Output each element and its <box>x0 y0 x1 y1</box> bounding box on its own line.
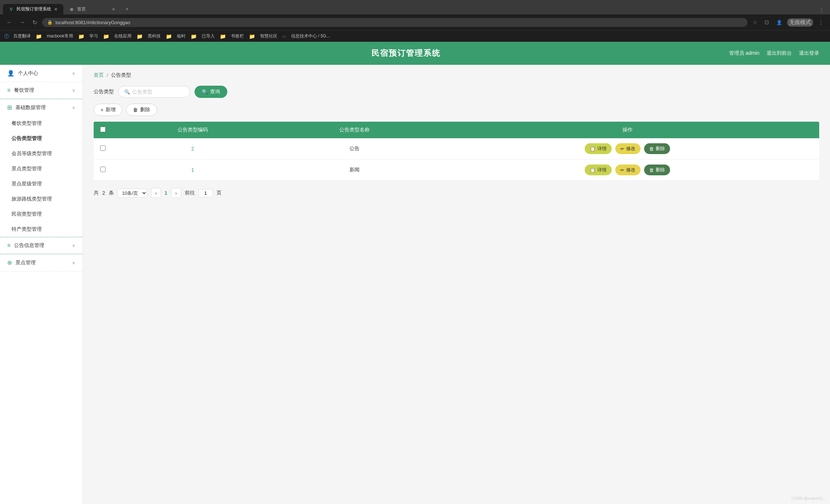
sidebar-sub-specialty-type[interactable]: 特产类型管理 <box>0 222 82 237</box>
row2-detail-btn[interactable]: 📋 详情 <box>585 165 612 175</box>
sidebar-item-basic-data[interactable]: ⊞ 基础数据管理 ∧ <box>0 99 82 116</box>
prev-page-button[interactable]: ‹ <box>151 188 161 198</box>
modify-edit-icon2: ✏ <box>620 167 624 173</box>
sidebar-sub-catering-type-label: 餐饮类型管理 <box>12 120 42 126</box>
add-button[interactable]: + 新增 <box>94 104 122 116</box>
batch-delete-button[interactable]: 🗑 删除 <box>126 104 157 116</box>
notice-info-chevron-icon: ∨ <box>72 243 75 248</box>
row1-modify-btn[interactable]: ✏ 修改 <box>615 143 641 154</box>
select-all-checkbox[interactable] <box>100 127 106 132</box>
reload-button[interactable]: ↻ <box>30 18 39 27</box>
browser-more-icon[interactable]: ⋮ <box>816 18 826 26</box>
search-input-wrapper: 🔍 <box>118 86 190 98</box>
sidebar-sub-minsu-type-label: 民宿类型管理 <box>12 211 42 217</box>
pagination: 共 2 条 10条/页 20条/页 50条/页 ‹ 1 › 前往 页 <box>94 188 819 198</box>
search-label: 公告类型 <box>94 89 114 95</box>
browser-menu-button[interactable]: ⋮ <box>816 6 827 14</box>
table-header-code: 公告类型编码 <box>112 122 274 138</box>
main-content: 首页 / 公告类型 公告类型 🔍 🔍 查询 + 新增 🗑 删除 <box>83 65 830 504</box>
sidebar-item-notice-info[interactable]: ≡ 公告信息管理 ∨ <box>0 237 82 254</box>
bookmark-temp[interactable]: 临时 <box>174 32 188 40</box>
bookmark-baidu[interactable]: 百度翻译 <box>10 32 34 40</box>
tab-minsu[interactable]: V 民宿预订管理系统 ✕ <box>3 4 63 14</box>
row2-checkbox[interactable] <box>100 167 106 172</box>
browser-toolbar: ← → ↻ 🔒 localhost:8081/#/dictionaryGongg… <box>0 14 830 30</box>
bookmark-macbook[interactable]: macbook常用 <box>44 32 76 40</box>
bookmark-study[interactable]: 学习 <box>86 32 101 40</box>
breadcrumb-home[interactable]: 首页 <box>94 72 104 78</box>
bookmark-online[interactable]: 在线应用 <box>111 32 134 40</box>
back-to-front-btn[interactable]: 退出到前台 <box>767 50 792 57</box>
tab-close-minsu[interactable]: ✕ <box>54 7 58 12</box>
bookmark-smart-community[interactable]: 智慧社区 <box>257 32 280 40</box>
sidebar-item-catering[interactable]: ≡ 餐饮管理 ∨ <box>0 82 82 99</box>
delete-trash-icon: 🗑 <box>649 146 654 152</box>
row1-ops: 📋 详情 ✏ 修改 🗑 删除 <box>436 138 819 159</box>
row2-modify-btn[interactable]: ✏ 修改 <box>615 165 641 175</box>
table-row: 1 新闻 📋 详情 ✏ 修改 🗑 删除 <box>94 159 819 181</box>
tab-title-home: 首页 <box>77 6 86 12</box>
sidebar-sub-scenic-type[interactable]: 景点类型管理 <box>0 161 82 176</box>
logout-btn[interactable]: 退出登录 <box>799 50 819 57</box>
breadcrumb-current: 公告类型 <box>111 72 131 78</box>
sidebar-item-scenic[interactable]: ⊕ 景点管理 ∨ <box>0 254 82 271</box>
next-page-button[interactable]: › <box>171 188 181 198</box>
personal-icon: 👤 <box>7 70 14 77</box>
watermark: CSDN @maker01... <box>791 496 826 500</box>
sep1: 📁 <box>35 33 43 39</box>
goto-suffix: 页 <box>217 190 222 196</box>
goto-page-input[interactable] <box>198 189 213 197</box>
bookmark-star-icon[interactable]: ☆ <box>750 18 759 26</box>
bookmark-bookmarks[interactable]: 书签栏 <box>228 32 247 40</box>
sep2: 📁 <box>77 33 85 39</box>
sidebar: 👤 个人中心 ∨ ≡ 餐饮管理 ∨ ⊞ 基础数据管理 ∧ 餐饮类型管理 公告类型… <box>0 65 83 504</box>
address-bar[interactable]: 🔒 localhost:8081/#/dictionaryGonggao <box>42 18 748 27</box>
sidebar-scenic-label: 景点管理 <box>15 260 36 266</box>
sidebar-sub-notice-type[interactable]: 公告类型管理 <box>0 131 82 146</box>
browser-profile-icon[interactable]: ⊡ <box>762 18 771 26</box>
breadcrumb: 首页 / 公告类型 <box>94 72 819 78</box>
sidebar-sub-scenic-star[interactable]: 景点星级管理 <box>0 176 82 192</box>
per-page-select[interactable]: 10条/页 20条/页 50条/页 <box>117 189 147 198</box>
scenic-chevron-icon: ∨ <box>72 260 75 265</box>
sidebar-sub-minsu-type[interactable]: 民宿类型管理 <box>0 207 82 222</box>
sidebar-sub-catering-type[interactable]: 餐饮类型管理 <box>0 116 82 131</box>
bookmark-imported[interactable]: 已导入 <box>199 32 218 40</box>
back-button[interactable]: ← <box>4 18 14 26</box>
sidebar-sub-tour-route[interactable]: 旅游路线类型管理 <box>0 192 82 207</box>
data-table: 公告类型编码 公告类型名称 操作 2 公告 <box>94 122 819 181</box>
table-header-name: 公告类型名称 <box>274 122 436 138</box>
search-input[interactable] <box>132 89 184 95</box>
row2-modify-label: 修改 <box>626 167 635 173</box>
row1-delete-btn[interactable]: 🗑 删除 <box>644 143 670 154</box>
row1-checkbox-cell <box>94 138 112 159</box>
goto-prefix: 前往 <box>185 190 195 196</box>
sidebar-sub-scenic-star-label: 景点星级管理 <box>12 181 42 186</box>
personal-chevron-icon: ∨ <box>72 71 75 76</box>
row1-checkbox[interactable] <box>100 145 106 151</box>
sep3: 📁 <box>102 33 110 39</box>
bookmark-tech[interactable]: 黑科技 <box>145 32 164 40</box>
tab-title-minsu: 民宿预订管理系统 <box>17 6 51 12</box>
new-tab-button[interactable]: ＋ <box>121 4 133 14</box>
bookmark-it-center[interactable]: 信息技术中心 / 5G... <box>288 32 333 40</box>
sep4: 📁 <box>136 33 143 39</box>
tab-close-home[interactable]: ✕ <box>112 7 115 12</box>
search-bar: 公告类型 🔍 🔍 查询 <box>94 86 819 98</box>
tab-home[interactable]: ⊕ 首页 ✕ <box>63 4 121 14</box>
header-actions: 管理员 admin 退出到前台 退出登录 <box>729 50 819 57</box>
modify-edit-icon: ✏ <box>620 146 624 152</box>
sidebar-item-personal[interactable]: 👤 个人中心 ∨ <box>0 65 82 82</box>
catering-icon: ≡ <box>7 87 10 94</box>
row1-delete-label: 删除 <box>656 145 665 152</box>
forward-button[interactable]: → <box>17 18 27 26</box>
table-row: 2 公告 📋 详情 ✏ 修改 🗑 删除 <box>94 138 819 159</box>
toolbar-actions: ☆ ⊡ 👤 无痕模式 ⋮ <box>750 18 826 27</box>
app-body: 👤 个人中心 ∨ ≡ 餐饮管理 ∨ ⊞ 基础数据管理 ∧ 餐饮类型管理 公告类型… <box>0 65 830 504</box>
sidebar-sub-member-level[interactable]: 会员等级类型管理 <box>0 146 82 161</box>
scenic-icon: ⊕ <box>7 259 12 266</box>
search-button[interactable]: 🔍 查询 <box>195 86 227 98</box>
row2-delete-btn[interactable]: 🗑 删除 <box>644 165 670 175</box>
row1-detail-btn[interactable]: 📋 详情 <box>585 143 612 154</box>
bookmark-icon: Ⓣ <box>4 33 9 40</box>
